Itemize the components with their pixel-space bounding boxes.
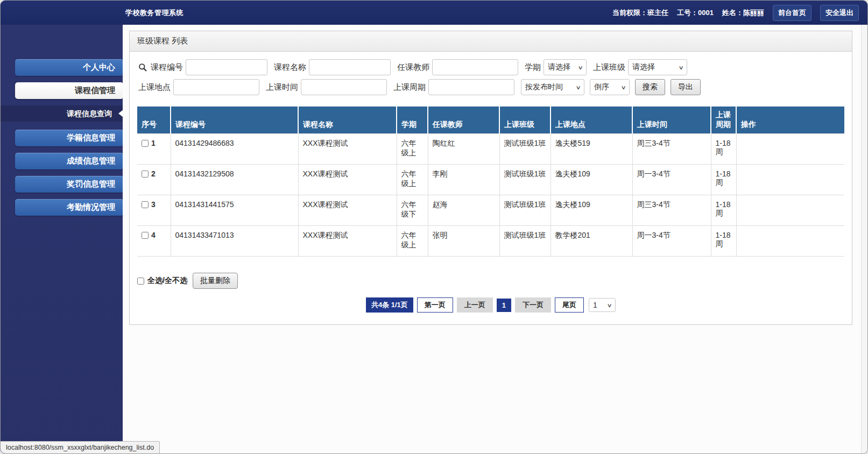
work-id-text: 工号：0001: [677, 8, 714, 18]
sidebar-subitem-course-info-query[interactable]: 课程信息查询: [1, 105, 123, 122]
bulk-actions: 全选/全不选 批量删除: [137, 273, 844, 289]
sidebar-item-course-info-management[interactable]: 课程信管理: [15, 82, 123, 99]
sort-order-select[interactable]: 倒序 ∨: [590, 79, 630, 95]
row-index: 3: [151, 200, 156, 209]
time-label: 上课时间: [266, 82, 298, 93]
chevron-down-icon: ∨: [606, 302, 612, 308]
semester-cell: 六年级上: [397, 165, 428, 195]
last-page-button[interactable]: 尾页: [555, 297, 584, 313]
front-home-button[interactable]: 前台首页: [773, 5, 811, 21]
course-name-cell: XXX课程测试: [298, 165, 397, 195]
table-row: 1 04131429486683 XXX课程测试 六年级上 陶红红 测试班级1班…: [137, 134, 844, 165]
semester-select[interactable]: 请选择 ∨: [544, 59, 587, 75]
location-input[interactable]: [173, 79, 259, 95]
col-header-teacher: 任课教师: [428, 107, 499, 134]
course-name-input[interactable]: [309, 59, 391, 75]
pagination-total: 共4条 1/1页: [366, 297, 413, 313]
sort-field-value: 按发布时间: [525, 82, 563, 92]
semester-cell: 六年级下: [397, 195, 428, 226]
time-cell: 周三3-4节: [632, 134, 711, 165]
class-cell: 测试班级1班: [499, 195, 551, 226]
current-permission-text: 当前权限：班主任: [612, 8, 668, 18]
select-all-label: 全选/全不选: [147, 276, 187, 286]
logout-button[interactable]: 安全退出: [820, 5, 859, 21]
teacher-cell: 李刚: [428, 165, 499, 195]
row-checkbox[interactable]: [142, 201, 149, 208]
main-content: 班级课程 列表 课程编号 课程名称 任课教师 学期: [123, 25, 861, 454]
sidebar-item-personal-center[interactable]: 个人中心: [15, 59, 123, 76]
action-cell: [736, 226, 844, 257]
class-select[interactable]: 请选择 ∨: [628, 59, 687, 75]
search-icon: [138, 63, 147, 72]
col-header-course-name: 课程名称: [298, 107, 397, 134]
search-button[interactable]: 搜索: [635, 79, 665, 95]
time-cell: 周一3-4节: [632, 165, 711, 195]
action-cell: [736, 134, 844, 165]
chevron-down-icon: ∨: [678, 65, 683, 70]
period-cell: 1-18周: [711, 195, 736, 226]
teacher-input[interactable]: [432, 59, 518, 75]
col-header-semester: 学期: [397, 107, 428, 134]
sidebar-item-reward-punishment-management[interactable]: 奖罚信息管理: [15, 176, 123, 193]
batch-delete-button[interactable]: 批量删除: [193, 273, 238, 289]
row-checkbox[interactable]: [142, 232, 149, 239]
browser-window: 学校教务管理系统 当前权限：班主任 工号：0001 姓名：陈丽丽 前台首页 安全…: [0, 0, 868, 454]
user-name-text: 姓名：陈丽丽: [722, 8, 764, 18]
table-row: 3 04131431441575 XXX课程测试 六年级下 赵海 测试班级1班 …: [137, 195, 844, 226]
teacher-cell: 赵海: [428, 195, 499, 226]
period-cell: 1-18周: [711, 165, 736, 195]
col-header-time: 上课时间: [632, 107, 711, 134]
next-page-button[interactable]: 下一页: [515, 297, 551, 313]
search-row-2: 上课地点 上课时间 上课周期 按发布时间 ∨ 倒序 ∨: [137, 79, 844, 95]
col-header-course-code: 课程编号: [171, 107, 298, 134]
class-select-value: 请选择: [632, 62, 655, 72]
row-checkbox[interactable]: [142, 171, 149, 178]
row-checkbox[interactable]: [142, 140, 149, 147]
scrollbar[interactable]: [861, 25, 868, 454]
period-cell: 1-18周: [711, 134, 736, 165]
course-code-cell: 04131431441575: [171, 195, 298, 226]
time-cell: 周三3-4节: [632, 195, 711, 226]
semester-label: 学期: [525, 62, 541, 73]
semester-cell: 六年级上: [397, 134, 428, 165]
select-all-checkbox[interactable]: [137, 278, 144, 285]
period-input[interactable]: [428, 79, 514, 95]
action-cell: [736, 165, 844, 195]
top-bar: 学校教务管理系统 当前权限：班主任 工号：0001 姓名：陈丽丽 前台首页 安全…: [1, 1, 867, 25]
first-page-button[interactable]: 第一页: [417, 297, 453, 313]
teacher-cell: 陶红红: [428, 134, 499, 165]
course-code-input[interactable]: [186, 59, 267, 75]
class-cell: 测试班级1班: [499, 165, 551, 195]
table-header-row: 序号 课程编号 课程名称 学期 任课教师 上课班级 上课地点 上课时间 上课周期…: [137, 107, 844, 134]
col-header-index: 序号: [137, 107, 171, 134]
chevron-down-icon: ∨: [620, 84, 626, 90]
sidebar: 个人中心 课程信管理 课程信息查询 学籍信息管理 成绩信息管理 奖罚信息管理 考…: [1, 25, 123, 454]
arrow-left-icon: [118, 110, 123, 117]
sidebar-item-student-status-management[interactable]: 学籍信息管理: [15, 130, 123, 146]
page-title: 班级课程 列表: [130, 31, 852, 52]
course-code-label: 课程编号: [151, 62, 183, 73]
row-index: 1: [151, 139, 156, 147]
semester-select-value: 请选择: [548, 62, 570, 72]
course-name-cell: XXX课程测试: [298, 134, 397, 165]
time-input[interactable]: [301, 79, 387, 95]
class-cell: 测试班级1班: [499, 226, 551, 257]
action-cell: [736, 195, 844, 226]
course-name-cell: XXX课程测试: [298, 195, 397, 226]
period-label: 上课周期: [393, 82, 426, 93]
search-row-1: 课程编号 课程名称 任课教师 学期 请选择 ∨ 上课班级 请选择: [137, 59, 844, 75]
table-row: 2 04131432129508 XXX课程测试 六年级上 李刚 测试班级1班 …: [137, 165, 844, 195]
sidebar-item-grade-info-management[interactable]: 成绩信息管理: [15, 153, 123, 169]
row-index: 2: [151, 169, 156, 178]
prev-page-button[interactable]: 上一页: [457, 297, 493, 313]
course-name-cell: XXX课程测试: [298, 226, 397, 257]
course-code-cell: 04131429486683: [171, 134, 298, 165]
sidebar-item-attendance-management[interactable]: 考勤情况管理: [15, 199, 123, 216]
export-button[interactable]: 导出: [671, 79, 701, 95]
page-select[interactable]: 1 ∨: [589, 298, 616, 312]
table-row: 4 04131433471013 XXX课程测试 六年级上 张明 测试班级1班 …: [137, 226, 844, 257]
sort-field-select[interactable]: 按发布时间 ∨: [521, 79, 584, 95]
class-label: 上课班级: [593, 62, 625, 73]
sidebar-subitem-label: 课程信息查询: [67, 109, 112, 118]
row-index: 4: [151, 231, 156, 239]
